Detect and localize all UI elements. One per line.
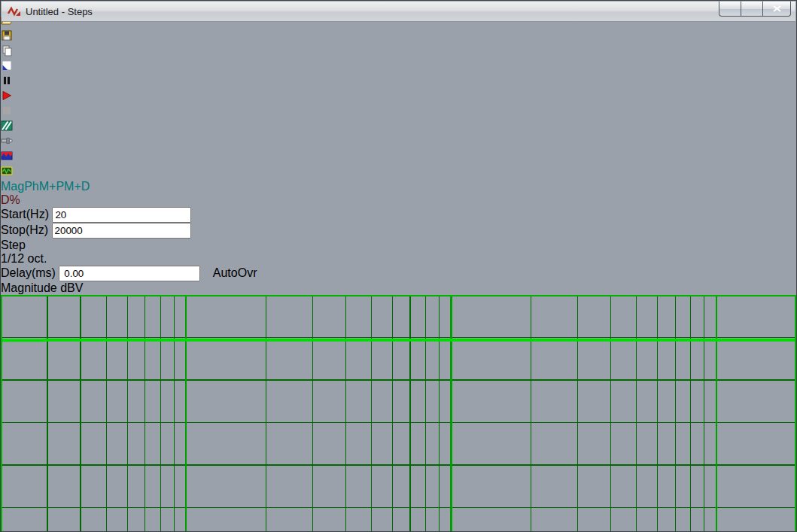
step-selected-value: 1/12 oct.: [1, 252, 47, 265]
pause-icon: [1, 74, 13, 87]
play-record-button[interactable]: [1, 90, 796, 105]
signal-level-button[interactable]: [1, 150, 796, 165]
oscilloscope-icon: [1, 165, 13, 177]
stop-label: Stop(Hz): [1, 223, 48, 236]
step-select[interactable]: 1/12 oct.: [1, 252, 796, 266]
stop-frequency-input[interactable]: [52, 223, 191, 239]
pause-button[interactable]: [1, 74, 796, 90]
plot-canvas[interactable]: [1, 295, 796, 532]
pen-overlay-icon: [1, 59, 13, 71]
delay-input[interactable]: [59, 266, 200, 281]
controls-bar: Start(Hz) Stop(Hz) Step 1/12 oct. Delay(…: [1, 207, 796, 281]
series-Magn: [1, 340, 796, 341]
copy-icon: [1, 44, 13, 56]
save-file-icon: [1, 29, 13, 41]
mag-phase-view-button[interactable]: M+P: [39, 180, 64, 193]
start-frequency-input[interactable]: [52, 207, 191, 223]
chart-title: Magnitude dBV: [1, 281, 796, 295]
step-label: Step: [1, 239, 26, 251]
app-icon: [8, 5, 21, 17]
signal-generator-icon: [1, 135, 13, 147]
phase-view-button[interactable]: Ph: [24, 180, 39, 193]
close-button[interactable]: [763, 2, 791, 17]
play-record-icon: [1, 90, 13, 102]
signal-level-icon: [1, 150, 13, 162]
close-icon: [773, 5, 781, 12]
window-title: Untitled - Steps: [26, 6, 93, 17]
save-file-button[interactable]: [1, 29, 796, 44]
signal-generator-button[interactable]: [1, 135, 796, 150]
stop-icon: [1, 105, 13, 117]
minimize-button[interactable]: [719, 2, 741, 17]
toolbar: MagPhM+PM+DD%: [1, 14, 796, 207]
delay-label: Delay(ms): [1, 266, 56, 279]
mag-distortion-view-button[interactable]: M+D: [64, 180, 90, 193]
spectrum-analysis-icon: [1, 120, 13, 132]
autoovr-label: AutoOvr: [213, 266, 257, 279]
start-label: Start(Hz): [1, 208, 49, 220]
distortion-percent-button[interactable]: D%: [1, 193, 20, 206]
caption-buttons: [719, 2, 791, 17]
pen-overlay-button[interactable]: [1, 59, 796, 74]
stop-button[interactable]: [1, 105, 796, 120]
maximize-button[interactable]: [741, 2, 763, 17]
app-window: Untitled - Steps FileOverlayEditViewReco…: [0, 0, 797, 532]
oscilloscope-button[interactable]: [1, 165, 796, 180]
title-bar[interactable]: Untitled - Steps: [2, 2, 795, 22]
magnitude-view-button[interactable]: Mag: [1, 180, 24, 193]
spectrum-analysis-button[interactable]: [1, 120, 796, 135]
copy-button[interactable]: [1, 44, 796, 59]
